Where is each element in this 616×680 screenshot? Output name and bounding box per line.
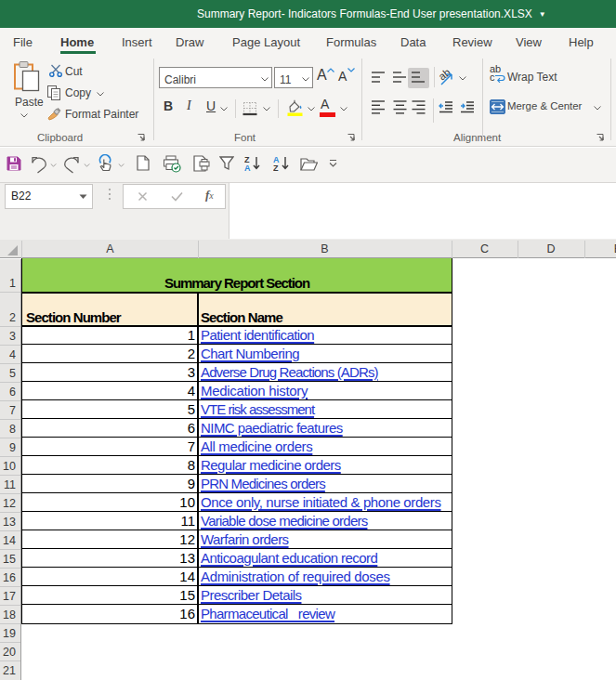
svg-text:Z: Z (273, 163, 279, 172)
svg-text:A: A (244, 163, 251, 172)
